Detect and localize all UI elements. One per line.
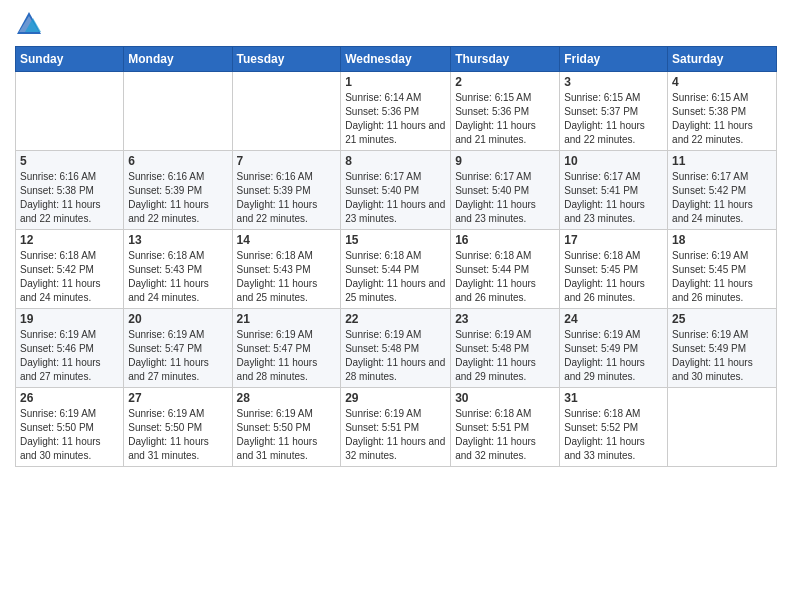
day-info: Sunrise: 6:15 AM Sunset: 5:38 PM Dayligh… <box>672 91 772 147</box>
logo <box>15 10 47 38</box>
logo-icon <box>15 10 43 38</box>
calendar-cell: 24Sunrise: 6:19 AM Sunset: 5:49 PM Dayli… <box>560 309 668 388</box>
calendar-cell: 28Sunrise: 6:19 AM Sunset: 5:50 PM Dayli… <box>232 388 341 467</box>
calendar-cell <box>668 388 777 467</box>
page-header <box>15 10 777 38</box>
calendar-day-header: Tuesday <box>232 47 341 72</box>
calendar-cell: 25Sunrise: 6:19 AM Sunset: 5:49 PM Dayli… <box>668 309 777 388</box>
day-info: Sunrise: 6:18 AM Sunset: 5:45 PM Dayligh… <box>564 249 663 305</box>
day-number: 22 <box>345 312 446 326</box>
calendar-cell: 11Sunrise: 6:17 AM Sunset: 5:42 PM Dayli… <box>668 151 777 230</box>
day-number: 5 <box>20 154 119 168</box>
day-info: Sunrise: 6:19 AM Sunset: 5:50 PM Dayligh… <box>128 407 227 463</box>
calendar-cell: 4Sunrise: 6:15 AM Sunset: 5:38 PM Daylig… <box>668 72 777 151</box>
calendar-cell: 31Sunrise: 6:18 AM Sunset: 5:52 PM Dayli… <box>560 388 668 467</box>
day-info: Sunrise: 6:17 AM Sunset: 5:41 PM Dayligh… <box>564 170 663 226</box>
day-info: Sunrise: 6:19 AM Sunset: 5:51 PM Dayligh… <box>345 407 446 463</box>
day-info: Sunrise: 6:19 AM Sunset: 5:50 PM Dayligh… <box>237 407 337 463</box>
calendar-cell: 19Sunrise: 6:19 AM Sunset: 5:46 PM Dayli… <box>16 309 124 388</box>
calendar-cell: 6Sunrise: 6:16 AM Sunset: 5:39 PM Daylig… <box>124 151 232 230</box>
day-number: 29 <box>345 391 446 405</box>
day-number: 24 <box>564 312 663 326</box>
day-info: Sunrise: 6:18 AM Sunset: 5:44 PM Dayligh… <box>345 249 446 305</box>
calendar-cell: 7Sunrise: 6:16 AM Sunset: 5:39 PM Daylig… <box>232 151 341 230</box>
calendar-day-header: Monday <box>124 47 232 72</box>
day-info: Sunrise: 6:19 AM Sunset: 5:46 PM Dayligh… <box>20 328 119 384</box>
calendar-cell <box>232 72 341 151</box>
day-info: Sunrise: 6:19 AM Sunset: 5:48 PM Dayligh… <box>345 328 446 384</box>
calendar-day-header: Wednesday <box>341 47 451 72</box>
calendar-cell: 3Sunrise: 6:15 AM Sunset: 5:37 PM Daylig… <box>560 72 668 151</box>
calendar-cell: 23Sunrise: 6:19 AM Sunset: 5:48 PM Dayli… <box>451 309 560 388</box>
day-number: 25 <box>672 312 772 326</box>
day-number: 17 <box>564 233 663 247</box>
day-info: Sunrise: 6:18 AM Sunset: 5:42 PM Dayligh… <box>20 249 119 305</box>
calendar-day-header: Thursday <box>451 47 560 72</box>
day-info: Sunrise: 6:19 AM Sunset: 5:48 PM Dayligh… <box>455 328 555 384</box>
day-info: Sunrise: 6:18 AM Sunset: 5:43 PM Dayligh… <box>128 249 227 305</box>
calendar-week-row: 12Sunrise: 6:18 AM Sunset: 5:42 PM Dayli… <box>16 230 777 309</box>
calendar-week-row: 5Sunrise: 6:16 AM Sunset: 5:38 PM Daylig… <box>16 151 777 230</box>
day-number: 6 <box>128 154 227 168</box>
calendar-cell: 20Sunrise: 6:19 AM Sunset: 5:47 PM Dayli… <box>124 309 232 388</box>
day-number: 7 <box>237 154 337 168</box>
day-info: Sunrise: 6:16 AM Sunset: 5:39 PM Dayligh… <box>237 170 337 226</box>
day-info: Sunrise: 6:14 AM Sunset: 5:36 PM Dayligh… <box>345 91 446 147</box>
calendar-cell <box>124 72 232 151</box>
day-info: Sunrise: 6:19 AM Sunset: 5:49 PM Dayligh… <box>672 328 772 384</box>
calendar-cell: 13Sunrise: 6:18 AM Sunset: 5:43 PM Dayli… <box>124 230 232 309</box>
day-number: 8 <box>345 154 446 168</box>
calendar-week-row: 26Sunrise: 6:19 AM Sunset: 5:50 PM Dayli… <box>16 388 777 467</box>
calendar-cell: 16Sunrise: 6:18 AM Sunset: 5:44 PM Dayli… <box>451 230 560 309</box>
day-number: 21 <box>237 312 337 326</box>
calendar-header-row: SundayMondayTuesdayWednesdayThursdayFrid… <box>16 47 777 72</box>
calendar-cell: 26Sunrise: 6:19 AM Sunset: 5:50 PM Dayli… <box>16 388 124 467</box>
day-info: Sunrise: 6:18 AM Sunset: 5:51 PM Dayligh… <box>455 407 555 463</box>
day-number: 16 <box>455 233 555 247</box>
day-number: 11 <box>672 154 772 168</box>
calendar-cell: 5Sunrise: 6:16 AM Sunset: 5:38 PM Daylig… <box>16 151 124 230</box>
day-info: Sunrise: 6:18 AM Sunset: 5:52 PM Dayligh… <box>564 407 663 463</box>
day-number: 2 <box>455 75 555 89</box>
calendar-cell: 8Sunrise: 6:17 AM Sunset: 5:40 PM Daylig… <box>341 151 451 230</box>
day-number: 3 <box>564 75 663 89</box>
calendar-cell: 17Sunrise: 6:18 AM Sunset: 5:45 PM Dayli… <box>560 230 668 309</box>
day-info: Sunrise: 6:15 AM Sunset: 5:36 PM Dayligh… <box>455 91 555 147</box>
day-number: 31 <box>564 391 663 405</box>
day-info: Sunrise: 6:17 AM Sunset: 5:40 PM Dayligh… <box>455 170 555 226</box>
day-info: Sunrise: 6:19 AM Sunset: 5:50 PM Dayligh… <box>20 407 119 463</box>
calendar-table: SundayMondayTuesdayWednesdayThursdayFrid… <box>15 46 777 467</box>
calendar-cell: 9Sunrise: 6:17 AM Sunset: 5:40 PM Daylig… <box>451 151 560 230</box>
day-number: 26 <box>20 391 119 405</box>
calendar-cell: 10Sunrise: 6:17 AM Sunset: 5:41 PM Dayli… <box>560 151 668 230</box>
calendar-day-header: Saturday <box>668 47 777 72</box>
day-info: Sunrise: 6:17 AM Sunset: 5:40 PM Dayligh… <box>345 170 446 226</box>
day-number: 23 <box>455 312 555 326</box>
day-number: 19 <box>20 312 119 326</box>
day-info: Sunrise: 6:17 AM Sunset: 5:42 PM Dayligh… <box>672 170 772 226</box>
day-info: Sunrise: 6:18 AM Sunset: 5:44 PM Dayligh… <box>455 249 555 305</box>
calendar-week-row: 19Sunrise: 6:19 AM Sunset: 5:46 PM Dayli… <box>16 309 777 388</box>
day-number: 13 <box>128 233 227 247</box>
calendar-cell: 18Sunrise: 6:19 AM Sunset: 5:45 PM Dayli… <box>668 230 777 309</box>
calendar-cell: 15Sunrise: 6:18 AM Sunset: 5:44 PM Dayli… <box>341 230 451 309</box>
calendar-cell: 30Sunrise: 6:18 AM Sunset: 5:51 PM Dayli… <box>451 388 560 467</box>
day-info: Sunrise: 6:16 AM Sunset: 5:39 PM Dayligh… <box>128 170 227 226</box>
calendar-cell: 27Sunrise: 6:19 AM Sunset: 5:50 PM Dayli… <box>124 388 232 467</box>
day-info: Sunrise: 6:19 AM Sunset: 5:47 PM Dayligh… <box>237 328 337 384</box>
day-info: Sunrise: 6:15 AM Sunset: 5:37 PM Dayligh… <box>564 91 663 147</box>
calendar-cell: 21Sunrise: 6:19 AM Sunset: 5:47 PM Dayli… <box>232 309 341 388</box>
day-number: 10 <box>564 154 663 168</box>
calendar-cell: 22Sunrise: 6:19 AM Sunset: 5:48 PM Dayli… <box>341 309 451 388</box>
day-number: 20 <box>128 312 227 326</box>
day-number: 14 <box>237 233 337 247</box>
day-number: 12 <box>20 233 119 247</box>
day-number: 27 <box>128 391 227 405</box>
day-info: Sunrise: 6:19 AM Sunset: 5:49 PM Dayligh… <box>564 328 663 384</box>
calendar-cell: 14Sunrise: 6:18 AM Sunset: 5:43 PM Dayli… <box>232 230 341 309</box>
day-info: Sunrise: 6:16 AM Sunset: 5:38 PM Dayligh… <box>20 170 119 226</box>
day-number: 28 <box>237 391 337 405</box>
calendar-cell: 1Sunrise: 6:14 AM Sunset: 5:36 PM Daylig… <box>341 72 451 151</box>
day-number: 9 <box>455 154 555 168</box>
calendar-cell: 2Sunrise: 6:15 AM Sunset: 5:36 PM Daylig… <box>451 72 560 151</box>
